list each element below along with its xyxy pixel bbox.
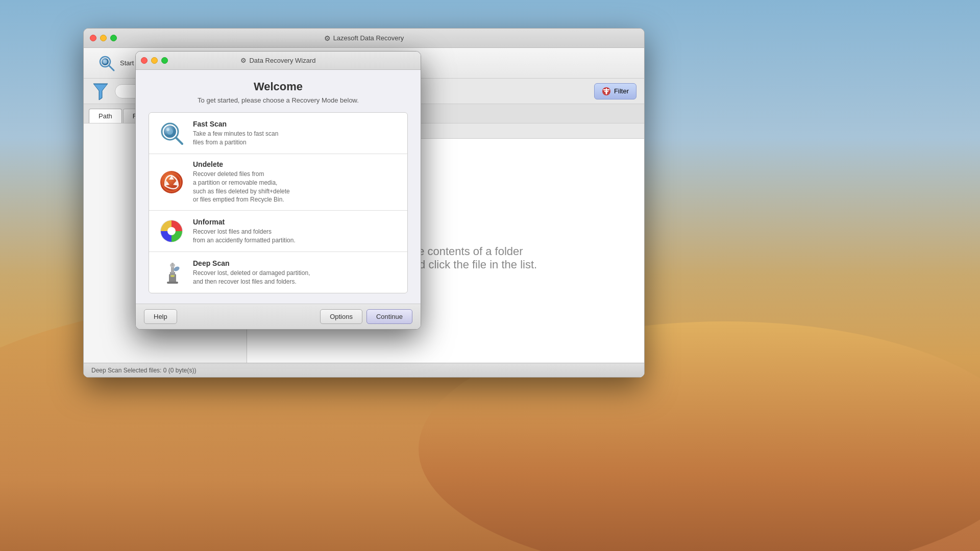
unformat-desc: Recover lost files and folders from an a… <box>193 228 399 245</box>
svg-point-33 <box>170 275 175 277</box>
undelete-option[interactable]: Undelete Recover deleted files from a pa… <box>149 154 407 211</box>
modal-close-button[interactable] <box>141 57 148 64</box>
undelete-svg <box>159 169 184 195</box>
recovery-options-list: Fast Scan Take a few minutes to fast sca… <box>149 112 408 293</box>
welcome-heading: Welcome <box>149 80 408 93</box>
fast-scan-text: Fast Scan Take a few minutes to fast sca… <box>193 120 399 147</box>
fast-scan-title: Fast Scan <box>193 120 399 128</box>
welcome-subtitle: To get started, please choose a Recovery… <box>149 96 408 104</box>
deep-scan-desc: Recover lost, deleted or damaged partiti… <box>193 269 399 286</box>
modal-footer: Help Options Continue <box>136 304 421 329</box>
deep-scan-svg <box>159 260 184 285</box>
options-button[interactable]: Options <box>320 309 362 324</box>
modal-overlay: ⚙ Data Recovery Wizard Welcome To get st… <box>0 0 980 551</box>
unformat-title: Unformat <box>193 218 399 226</box>
modal-footer-right: Options Continue <box>320 309 412 324</box>
modal-traffic-lights <box>141 57 168 64</box>
svg-rect-32 <box>167 282 178 284</box>
unformat-svg <box>159 218 184 244</box>
unformat-icon <box>157 217 186 245</box>
help-button[interactable]: Help <box>144 309 177 324</box>
continue-button[interactable]: Continue <box>366 309 412 324</box>
undelete-desc: Recover deleted files from a partition o… <box>193 170 399 204</box>
fast-scan-icon <box>157 119 186 147</box>
svg-point-22 <box>160 171 183 193</box>
modal-maximize-button[interactable] <box>161 57 168 64</box>
svg-point-25 <box>167 227 176 235</box>
modal-title-text: Data Recovery Wizard <box>249 57 315 64</box>
modal-body: Welcome To get started, please choose a … <box>136 70 421 304</box>
svg-rect-30 <box>172 263 174 266</box>
fast-scan-desc: Take a few minutes to fast scan files fr… <box>193 130 399 147</box>
modal-title-icon: ⚙ <box>240 57 247 64</box>
modal-title: ⚙ Data Recovery Wizard <box>240 57 315 64</box>
svg-point-21 <box>166 128 169 131</box>
unformat-text: Unformat Recover lost files and folders … <box>193 218 399 245</box>
fast-scan-option[interactable]: Fast Scan Take a few minutes to fast sca… <box>149 113 407 154</box>
modal-dialog: ⚙ Data Recovery Wizard Welcome To get st… <box>135 51 421 330</box>
svg-line-19 <box>176 138 182 144</box>
undelete-icon <box>157 168 186 196</box>
modal-footer-left: Help <box>144 309 320 324</box>
deep-scan-option[interactable]: Deep Scan Recover lost, deleted or damag… <box>149 252 407 293</box>
unformat-option[interactable]: Unformat Recover lost files and folders … <box>149 211 407 252</box>
deep-scan-icon <box>157 258 186 287</box>
deep-scan-text: Deep Scan Recover lost, deleted or damag… <box>193 259 399 286</box>
undelete-title: Undelete <box>193 160 399 168</box>
deep-scan-title: Deep Scan <box>193 259 399 267</box>
undelete-text: Undelete Recover deleted files from a pa… <box>193 160 399 204</box>
modal-titlebar: ⚙ Data Recovery Wizard <box>136 52 421 70</box>
modal-minimize-button[interactable] <box>151 57 158 64</box>
fast-scan-svg <box>159 120 184 146</box>
